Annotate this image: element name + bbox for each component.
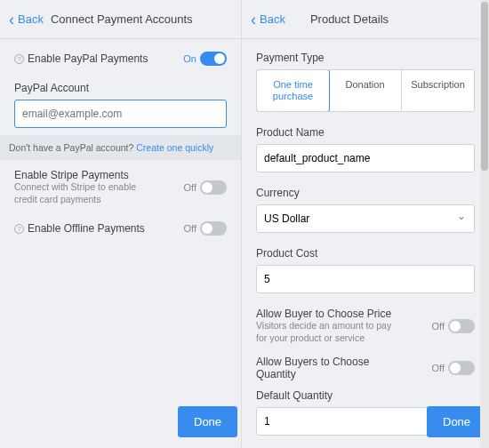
header-left: Back Connect Payment Accounts xyxy=(0,0,241,39)
title-right: Product Details xyxy=(310,12,389,26)
stripe-sublabel: Connect with Stripe to enable credit car… xyxy=(14,181,156,205)
offline-label: ?Enable Offline Payments xyxy=(14,222,145,235)
help-icon[interactable]: ? xyxy=(14,224,24,234)
product-details-panel: Back Product Details Payment Type One ti… xyxy=(242,0,489,448)
body-left: ?Enable PayPal Payments On PayPal Accoun… xyxy=(0,39,241,448)
title-left: Connect Payment Accounts xyxy=(51,12,193,26)
payment-accounts-panel: Back Connect Payment Accounts ?Enable Pa… xyxy=(0,0,242,448)
back-button-right[interactable]: Back xyxy=(251,12,285,28)
stripe-toggle[interactable]: Off xyxy=(184,180,227,195)
seg-subscription[interactable]: Subscription xyxy=(402,70,474,111)
cost-input[interactable] xyxy=(256,265,475,293)
paypal-enable-label: ?Enable PayPal Payments xyxy=(14,52,148,65)
seg-donation[interactable]: Donation xyxy=(329,70,402,111)
offline-toggle[interactable]: Off xyxy=(184,221,227,236)
paypal-email-input[interactable] xyxy=(14,100,227,128)
allow-price-toggle[interactable]: Off xyxy=(432,319,475,333)
allow-qty-label: Allow Buyers to Choose Quantity xyxy=(256,356,381,380)
done-button-left[interactable]: Done xyxy=(178,406,237,437)
paypal-account-label: PayPal Account xyxy=(14,82,227,94)
header-right: Back Product Details xyxy=(242,0,489,39)
body-right: Payment Type One time purchase Donation … xyxy=(242,39,489,448)
currency-select[interactable]: US Dollar xyxy=(256,204,475,233)
allow-price-label: Allow Buyer to Choose Price xyxy=(256,308,398,320)
payment-type-segmented: One time purchase Donation Subscription xyxy=(256,69,475,112)
allow-qty-toggle[interactable]: Off xyxy=(432,361,475,375)
allow-price-sublabel: Visitors decide an amount to pay for you… xyxy=(256,320,398,344)
seg-onetime[interactable]: One time purchase xyxy=(256,69,330,112)
product-name-input[interactable] xyxy=(256,144,475,172)
scrollbar-track[interactable] xyxy=(480,0,489,448)
stripe-label: Enable Stripe Payments xyxy=(14,169,156,181)
paypal-toggle[interactable]: On xyxy=(183,52,227,66)
cost-label: Product Cost xyxy=(256,247,475,260)
back-button-left[interactable]: Back xyxy=(9,12,44,28)
payment-type-label: Payment Type xyxy=(256,52,475,64)
currency-label: Currency xyxy=(256,187,475,199)
paypal-hint: Don't have a PayPal account? Create one … xyxy=(0,135,241,160)
help-icon[interactable]: ? xyxy=(14,54,24,64)
create-paypal-link[interactable]: Create one quickly xyxy=(136,142,213,153)
product-name-label: Product Name xyxy=(256,126,475,139)
scrollbar-thumb[interactable] xyxy=(481,2,488,171)
done-button-right[interactable]: Done xyxy=(427,406,486,437)
default-qty-label: Default Quantity xyxy=(256,389,475,402)
